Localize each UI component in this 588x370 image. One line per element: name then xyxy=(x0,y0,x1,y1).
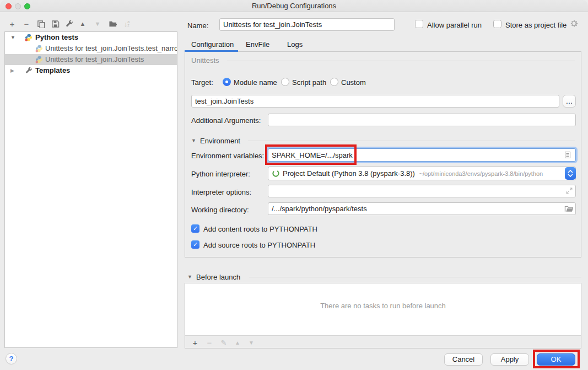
add-content-roots-checkbox[interactable]: ✓ xyxy=(191,224,199,233)
run-debug-configurations-dialog: Run/Debug Configurations + − ▲ ▼ ↓az ▼ P… xyxy=(0,0,588,370)
copy-configuration-icon[interactable] xyxy=(35,18,46,29)
environment-section-label: Environment xyxy=(200,137,240,145)
before-launch-tasks-list: There are no tasks to run before launch … xyxy=(185,283,581,348)
python-interpreter-value: Project Default (Python 3.8 (pyspark-3.8… xyxy=(283,169,415,178)
tree-item-label: Python tests xyxy=(35,32,78,43)
interpreter-stepper-control[interactable] xyxy=(565,167,576,180)
python-config-icon xyxy=(35,45,43,52)
sort-configurations-icon: ↓az xyxy=(121,18,132,29)
radio-custom[interactable] xyxy=(330,78,338,86)
expander-closed-icon[interactable]: ▶ xyxy=(10,65,17,76)
apply-button[interactable]: Apply xyxy=(490,353,529,366)
unittests-group-label: Unittests xyxy=(189,56,222,65)
working-directory-input[interactable] xyxy=(268,202,576,215)
python-interpreter-path: ~/opt/miniconda3/envs/pyspark-3.8/bin/py… xyxy=(419,170,543,177)
tab-envfile[interactable]: EnvFile xyxy=(246,40,269,49)
additional-arguments-label: Additional Arguments: xyxy=(191,116,261,125)
edit-templates-icon[interactable] xyxy=(63,18,74,29)
radio-module-name-label: Module name xyxy=(234,78,277,87)
target-label: Target: xyxy=(191,78,213,87)
conda-environment-icon xyxy=(272,169,280,180)
new-folder-icon[interactable] xyxy=(107,18,118,29)
store-as-project-file-checkbox[interactable] xyxy=(493,20,501,28)
environment-variables-label: Environment variables: xyxy=(191,152,264,160)
before-launch-toolbar: + − ✎ ▲ ▼ xyxy=(185,335,581,348)
additional-arguments-input[interactable] xyxy=(268,114,576,126)
radio-custom-label: Custom xyxy=(341,78,366,87)
store-as-project-file-label: Store as project file xyxy=(505,21,567,29)
settings-gear-icon[interactable] xyxy=(569,19,579,30)
env-vars-browse-icon[interactable] xyxy=(563,151,572,162)
templates-wrench-icon xyxy=(25,67,33,74)
allow-parallel-run-label: Allow parallel run xyxy=(427,21,482,29)
tree-item-label: Unittests for test_join.JoinTests xyxy=(45,54,144,65)
remove-task-icon: − xyxy=(204,337,215,348)
interpreter-options-input[interactable] xyxy=(268,185,576,197)
move-down-icon: ▼ xyxy=(92,18,103,29)
help-button[interactable]: ? xyxy=(6,353,17,364)
cancel-button[interactable]: Cancel xyxy=(444,353,483,366)
browse-folder-icon[interactable] xyxy=(564,205,574,215)
allow-parallel-run-checkbox[interactable] xyxy=(415,20,423,28)
group-separator xyxy=(227,61,575,61)
ok-button[interactable]: OK xyxy=(537,353,575,366)
add-configuration-icon[interactable]: + xyxy=(7,18,18,29)
expander-open-icon[interactable]: ▼ xyxy=(10,32,17,43)
tree-item-templates[interactable]: ▶ Templates xyxy=(5,65,177,76)
tab-configuration[interactable]: Configuration xyxy=(191,40,234,49)
name-input[interactable] xyxy=(219,18,395,31)
radio-script-path[interactable] xyxy=(281,78,289,86)
before-launch-separator xyxy=(249,277,581,277)
save-configuration-icon[interactable] xyxy=(50,18,61,29)
window-title: Run/Debug Configurations xyxy=(0,2,588,10)
tab-logs[interactable]: Logs xyxy=(287,40,303,49)
active-tab-underline xyxy=(185,50,238,52)
python-interpreter-select[interactable]: Project Default (Python 3.8 (pyspark-3.8… xyxy=(268,167,576,180)
remove-configuration-icon[interactable]: − xyxy=(21,18,32,29)
task-move-up-icon: ▲ xyxy=(232,337,243,348)
expand-field-icon[interactable] xyxy=(565,187,573,197)
add-source-roots-label: Add source roots to PYTHONPATH xyxy=(203,241,315,249)
radio-script-path-label: Script path xyxy=(292,78,326,87)
task-move-down-icon: ▼ xyxy=(246,337,257,348)
python-tests-icon xyxy=(25,34,33,41)
environment-variables-input[interactable] xyxy=(268,148,576,162)
python-config-icon xyxy=(35,56,43,63)
before-launch-label: Before launch xyxy=(196,273,240,281)
tree-item-label: Unittests for test_join.JoinTests.test_n… xyxy=(45,43,177,54)
before-launch-empty-text: There are no tasks to run before launch xyxy=(185,302,581,310)
python-interpreter-label: Python interpreter: xyxy=(191,170,250,178)
tree-item-label: Templates xyxy=(35,65,70,76)
tree-item-jointests-selected[interactable]: Unittests for test_join.JoinTests xyxy=(5,54,177,65)
environment-collapse-icon[interactable]: ▼ xyxy=(191,138,196,143)
environment-separator xyxy=(248,141,575,141)
titlebar: Run/Debug Configurations xyxy=(0,0,588,12)
name-label: Name: xyxy=(187,22,208,30)
module-name-input[interactable] xyxy=(191,95,559,108)
add-source-roots-checkbox[interactable]: ✓ xyxy=(191,240,199,249)
tree-item-test-narrow[interactable]: Unittests for test_join.JoinTests.test_n… xyxy=(5,43,177,54)
configurations-tree: ▼ Python tests Unittests for test_join.J… xyxy=(4,31,177,348)
edit-task-icon: ✎ xyxy=(218,337,229,348)
browse-module-button[interactable]: … xyxy=(563,95,576,108)
before-launch-collapse-icon[interactable]: ▼ xyxy=(187,274,192,280)
working-directory-label: Working directory: xyxy=(191,206,249,214)
interpreter-options-label: Interpreter options: xyxy=(191,188,251,196)
radio-module-name[interactable] xyxy=(223,78,231,86)
move-up-icon[interactable]: ▲ xyxy=(77,18,88,29)
add-content-roots-label: Add content roots to PYTHONPATH xyxy=(203,225,317,233)
add-task-icon[interactable]: + xyxy=(190,337,201,348)
tree-item-python-tests[interactable]: ▼ Python tests xyxy=(5,32,177,43)
